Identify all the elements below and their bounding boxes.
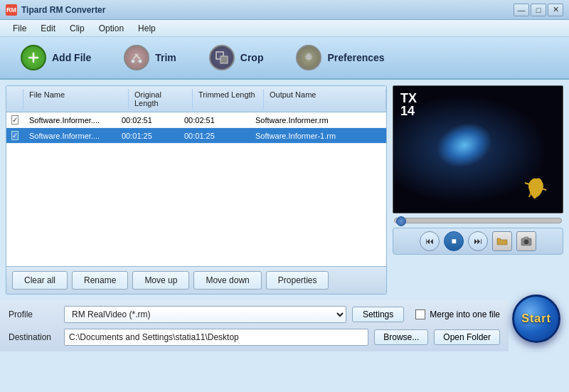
row1-orig: 00:02:51 [116,115,179,125]
trim-label: Trim [155,52,176,63]
col-trimmed-header: Trimmed Length [193,89,264,109]
svg-point-9 [524,240,528,244]
crop-button[interactable]: Crop [200,40,273,75]
rewind-button[interactable]: ⏮ [420,231,440,251]
merge-checkbox[interactable] [415,309,425,319]
merge-area: Merge into one file [415,309,500,319]
menu-help[interactable]: Help [131,22,163,35]
svg-rect-10 [524,237,528,239]
merge-label: Merge into one file [430,309,500,319]
row1-check[interactable] [6,115,23,125]
crop-label: Crop [240,52,264,63]
clear-all-button[interactable]: Clear all [12,271,68,290]
bottom-form: Profile RM RealVideo (*.rm) Settings Mer… [0,300,509,351]
start-button[interactable]: Start [512,295,560,343]
menu-option[interactable]: Option [92,22,131,35]
destination-row: Destination Browse... Open Folder [9,329,500,346]
table-row[interactable]: Software.Informer.... 00:02:51 00:02:51 … [6,112,386,128]
minimize-button[interactable]: — [514,4,529,16]
forward-button[interactable]: ⏭ [468,231,488,251]
profile-select[interactable]: RM RealVideo (*.rm) [64,306,346,323]
menu-file[interactable]: File [6,22,33,35]
row1-trimmed: 00:02:51 [179,115,250,125]
preferences-label: Preferences [327,52,384,63]
col-output-header: Output Name [264,89,386,109]
video-preview: TX14 [393,85,563,213]
preferences-icon [296,45,321,70]
title-bar: RM Tipard RM Converter — □ ✕ [0,0,569,20]
svg-point-1 [138,59,142,63]
close-button[interactable]: ✕ [548,4,563,16]
trim-icon [124,45,149,70]
file-list-header: File Name Original Length Trimmed Length… [6,86,386,112]
settings-button[interactable]: Settings [352,307,404,322]
app-title: Tipard RM Converter [21,5,105,15]
row1-output: Software.Informer.rm [250,115,386,125]
open-folder-button[interactable]: Open Folder [434,329,500,345]
start-label: Start [521,312,551,325]
properties-button[interactable]: Properties [266,271,329,290]
folder-button[interactable] [492,231,512,251]
row2-check[interactable] [6,130,23,141]
checkbox-row1[interactable] [11,115,18,125]
add-file-icon [21,45,46,70]
action-buttons: Clear all Rename Move up Move down Prope… [6,266,386,294]
animal-silhouette [516,170,552,206]
row1-filename: Software.Informer.... [23,115,116,125]
destination-input[interactable] [64,329,368,346]
title-bar-left: RM Tipard RM Converter [6,4,105,16]
maximize-button[interactable]: □ [531,4,546,16]
checkbox-row2[interactable] [11,131,18,140]
row2-output: Software.Informer-1.rm [250,131,386,141]
tv-logo: TX14 [400,92,417,117]
move-down-button[interactable]: Move down [193,271,261,290]
toolbar: Add File Trim Crop Prefere [0,37,569,80]
add-file-label: Add File [52,52,91,63]
browse-button[interactable]: Browse... [374,329,428,345]
row2-trimmed: 00:01:25 [179,131,250,141]
profile-label: Profile [9,309,58,319]
preview-area: TX14 ⏮ ■ ⏭ [393,85,563,295]
stop-button[interactable]: ■ [444,231,464,251]
col-orig-header: Original Length [129,89,193,109]
menu-edit[interactable]: Edit [33,22,63,35]
svg-point-7 [535,179,538,181]
col-filename-header: File Name [23,89,129,109]
add-file-button[interactable]: Add File [11,40,100,75]
row2-filename: Software.Informer.... [23,131,116,141]
app-icon: RM [6,4,17,16]
file-list-area: File Name Original Length Trimmed Length… [6,85,387,295]
progress-thumb[interactable] [396,216,406,226]
col-check-header [6,89,23,109]
destination-label: Destination [9,332,58,342]
menu-bar: File Edit Clip Option Help [0,20,569,37]
rename-button[interactable]: Rename [72,271,128,290]
trim-button[interactable]: Trim [115,40,186,75]
file-list-body: Software.Informer.... 00:02:51 00:02:51 … [6,112,386,266]
svg-rect-5 [220,56,228,63]
row2-orig: 00:01:25 [116,131,179,141]
camera-button[interactable] [516,231,536,251]
menu-clip[interactable]: Clip [63,22,92,35]
main-content: File Name Original Length Trimmed Length… [0,80,569,300]
video-content: TX14 [393,86,563,213]
playback-controls: ⏮ ■ ⏭ [393,228,563,255]
svg-point-0 [131,59,135,63]
bottom-section: Profile RM RealVideo (*.rm) Settings Mer… [0,300,569,351]
table-row[interactable]: Software.Informer.... 00:01:25 00:01:25 … [6,128,386,144]
window-controls: — □ ✕ [514,4,563,16]
preferences-button[interactable]: Preferences [287,40,393,75]
glow-effect [430,116,499,176]
profile-row: Profile RM RealVideo (*.rm) Settings Mer… [9,306,500,323]
progress-bar[interactable] [394,218,562,223]
crop-icon [209,45,235,70]
progress-container [393,218,563,223]
move-up-button[interactable]: Move up [132,271,189,290]
start-button-container: Start [512,295,560,343]
